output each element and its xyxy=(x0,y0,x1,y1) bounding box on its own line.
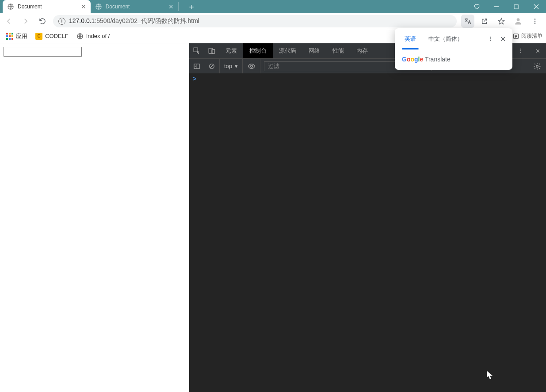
svg-point-8 xyxy=(535,20,536,22)
globe-icon xyxy=(95,3,102,10)
tab-strip: Document ✕ Document ✕ ＋ xyxy=(0,0,200,13)
share-icon[interactable] xyxy=(478,15,491,28)
svg-point-17 xyxy=(490,40,491,41)
tab-title: Document xyxy=(106,4,130,10)
device-toolbar-icon[interactable] xyxy=(204,43,219,58)
close-icon[interactable]: ✕ xyxy=(81,3,86,10)
translate-popup: 英语 中文（简体） ✕ Google Translate xyxy=(395,28,512,70)
devtools-tab-console[interactable]: 控制台 xyxy=(243,43,273,58)
translate-body: Google Translate xyxy=(395,49,512,63)
svg-line-27 xyxy=(210,65,214,68)
translate-tab-english[interactable]: 英语 xyxy=(398,28,422,49)
translate-close-icon[interactable]: ✕ xyxy=(496,33,509,45)
svg-point-29 xyxy=(536,65,538,67)
apps-icon xyxy=(6,33,13,40)
reading-list-label: 阅读清单 xyxy=(521,32,542,40)
execution-context-selector[interactable]: top ▾ xyxy=(219,59,243,73)
translate-header: 英语 中文（简体） ✕ xyxy=(395,28,512,49)
clear-console-icon[interactable] xyxy=(204,63,219,70)
chevron-down-icon: ▾ xyxy=(235,63,238,69)
live-expression-icon[interactable] xyxy=(243,59,260,73)
devtools-tab-memory[interactable]: 内存 xyxy=(350,43,374,58)
devtools-menu-icon[interactable] xyxy=(512,43,529,58)
content-row: 元素 控制台 源代码 网络 性能 内存 题 ✕ top ▾ xyxy=(0,43,546,392)
svg-point-6 xyxy=(517,18,520,21)
globe-icon xyxy=(76,33,84,40)
window-controls xyxy=(466,0,546,13)
window-heart-icon[interactable] xyxy=(466,0,486,13)
reading-list-button[interactable]: 阅读清单 xyxy=(512,32,542,40)
svg-point-16 xyxy=(490,38,491,39)
svg-point-21 xyxy=(520,49,521,49)
console-output[interactable]: > xyxy=(189,73,546,392)
browser-tab-0[interactable]: Document ✕ xyxy=(3,0,91,13)
window-maximize-button[interactable] xyxy=(506,0,526,13)
bookmark-apps[interactable]: 应用 xyxy=(4,30,30,42)
browser-title-bar: Document ✕ Document ✕ ＋ xyxy=(0,0,546,13)
tab-divider xyxy=(178,2,179,11)
context-label: top xyxy=(224,63,232,69)
address-bar[interactable]: i 127.0.0.1:5500/day02/02_代码/函数的防抖.html xyxy=(53,15,457,27)
page-viewport xyxy=(0,43,189,392)
tab-title: Document xyxy=(18,4,42,10)
page-text-input[interactable] xyxy=(4,47,82,57)
url-text: 127.0.0.1:5500/day02/02_代码/函数的防抖.html xyxy=(69,17,199,25)
translate-menu-icon[interactable] xyxy=(484,33,496,45)
svg-point-22 xyxy=(520,50,521,51)
bookmark-label: CODELF xyxy=(45,33,69,39)
browser-tab-1[interactable]: Document ✕ xyxy=(91,0,179,13)
svg-point-15 xyxy=(490,37,491,38)
bookmark-label: Index of / xyxy=(86,33,110,39)
console-sidebar-toggle-icon[interactable] xyxy=(189,63,204,70)
translate-icon[interactable] xyxy=(461,15,474,28)
reload-button[interactable] xyxy=(36,15,49,27)
window-minimize-button[interactable] xyxy=(486,0,506,13)
close-icon[interactable]: ✕ xyxy=(168,3,174,10)
forward-button[interactable] xyxy=(19,15,32,27)
devtools-tab-sources[interactable]: 源代码 xyxy=(273,43,302,58)
devtools-panel: 元素 控制台 源代码 网络 性能 内存 题 ✕ top ▾ xyxy=(189,43,546,392)
svg-point-28 xyxy=(250,65,252,67)
svg-rect-20 xyxy=(212,49,215,53)
bookmark-codelf[interactable]: C CODELF xyxy=(33,31,71,42)
url-actions xyxy=(461,15,543,28)
profile-icon[interactable] xyxy=(512,15,525,28)
devtools-close-icon[interactable]: ✕ xyxy=(529,43,546,58)
url-bar: i 127.0.0.1:5500/day02/02_代码/函数的防抖.html xyxy=(0,13,546,29)
svg-rect-24 xyxy=(194,64,199,69)
bookmark-label: 应用 xyxy=(16,32,27,40)
svg-point-23 xyxy=(520,52,521,53)
google-logo: Google xyxy=(402,56,423,63)
devtools-tab-network[interactable]: 网络 xyxy=(302,43,326,58)
globe-icon xyxy=(7,3,14,10)
svg-rect-3 xyxy=(514,4,518,8)
console-settings-icon[interactable] xyxy=(528,62,546,70)
window-close-button[interactable] xyxy=(526,0,546,13)
back-button[interactable] xyxy=(3,15,15,27)
new-tab-button[interactable]: ＋ xyxy=(183,1,200,12)
site-info-icon[interactable]: i xyxy=(58,18,65,25)
browser-menu-icon[interactable] xyxy=(528,15,542,28)
svg-point-9 xyxy=(535,23,536,24)
bookmark-indexof[interactable]: Index of / xyxy=(74,31,112,42)
svg-rect-19 xyxy=(209,48,213,53)
translate-tab-chinese[interactable]: 中文（简体） xyxy=(422,28,469,49)
inspect-element-icon[interactable] xyxy=(189,43,204,58)
bookmark-star-icon[interactable] xyxy=(495,15,508,28)
codelf-icon: C xyxy=(35,33,42,40)
console-prompt-icon: > xyxy=(193,75,196,82)
translate-label: Translate xyxy=(425,56,451,63)
svg-point-7 xyxy=(535,19,536,20)
devtools-tab-elements[interactable]: 元素 xyxy=(219,43,243,58)
devtools-tab-performance[interactable]: 性能 xyxy=(326,43,350,58)
